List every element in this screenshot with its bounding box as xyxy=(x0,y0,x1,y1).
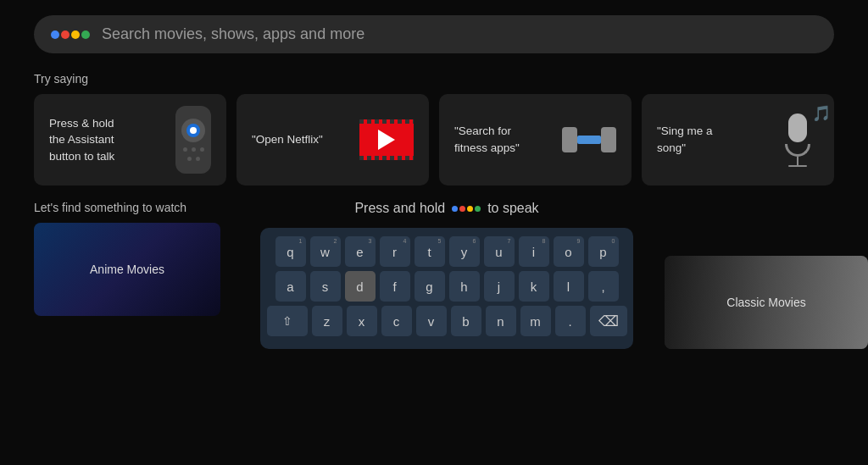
assistant-dots-icon xyxy=(452,206,481,212)
netflix-icon xyxy=(359,119,414,160)
search-bar[interactable]: Search movies, shows, apps and more xyxy=(34,15,834,53)
key-k[interactable]: k xyxy=(519,271,549,302)
keyboard-section: Press and hold to speak q1 w2 e3 r4 t5 y… xyxy=(237,201,656,349)
key-q[interactable]: q1 xyxy=(275,236,306,267)
key-c[interactable]: c xyxy=(381,306,412,336)
classic-movies-card[interactable]: Classic Movies xyxy=(665,256,868,349)
key-f[interactable]: f xyxy=(380,271,410,302)
try-card-sing-text: "Sing me asong" xyxy=(657,123,713,156)
anime-movies-label: Anime Movies xyxy=(90,263,164,276)
keyboard[interactable]: q1 w2 e3 r4 t5 y6 u7 i8 o9 p0 a s d f g … xyxy=(260,228,633,349)
try-saying-cards: Press & holdthe Assistantbutton to talk … xyxy=(34,94,834,185)
key-l[interactable]: l xyxy=(554,271,584,302)
key-s[interactable]: s xyxy=(310,271,341,302)
key-m[interactable]: m xyxy=(520,306,551,336)
key-b[interactable]: b xyxy=(451,306,481,336)
try-card-remote[interactable]: Press & holdthe Assistantbutton to talk xyxy=(34,94,226,185)
key-d[interactable]: d xyxy=(345,271,376,302)
find-label: Let's find something to watch xyxy=(34,201,237,214)
dumbbell-icon xyxy=(562,127,616,152)
try-saying-label: Try saying xyxy=(34,72,834,86)
key-backspace[interactable]: ⌫ xyxy=(590,306,627,336)
key-p[interactable]: p0 xyxy=(588,236,619,267)
key-u[interactable]: u7 xyxy=(484,236,515,267)
key-a[interactable]: a xyxy=(275,271,306,302)
key-i[interactable]: i8 xyxy=(519,236,549,267)
key-e[interactable]: e3 xyxy=(345,236,376,267)
try-card-netflix-text: "Open Netflix" xyxy=(252,131,323,148)
key-r[interactable]: r4 xyxy=(380,236,410,267)
bottom-section: Let's find something to watch Anime Movi… xyxy=(0,201,868,349)
key-t[interactable]: t5 xyxy=(415,236,445,267)
key-y[interactable]: y6 xyxy=(449,236,480,267)
try-card-netflix[interactable]: "Open Netflix" xyxy=(236,94,429,185)
press-hold-text: Press and hold to speak xyxy=(354,201,538,216)
microphone-icon: 🎵 xyxy=(776,113,819,168)
key-g[interactable]: g xyxy=(415,271,445,302)
key-z[interactable]: z xyxy=(312,306,342,336)
classic-section: Classic Movies xyxy=(656,201,868,349)
try-card-sing[interactable]: "Sing me asong" 🎵 xyxy=(642,94,834,185)
remote-icon xyxy=(175,106,211,174)
find-section: Let's find something to watch Anime Movi… xyxy=(0,201,237,349)
key-x[interactable]: x xyxy=(347,306,377,336)
key-o[interactable]: o9 xyxy=(554,236,584,267)
try-card-remote-text: Press & holdthe Assistantbutton to talk xyxy=(49,115,114,165)
keyboard-row-3: ⇧ z x c v b n m . ⌫ xyxy=(272,306,621,336)
classic-movies-label: Classic Movies xyxy=(726,296,805,309)
key-j[interactable]: j xyxy=(484,271,515,302)
key-h[interactable]: h xyxy=(449,271,480,302)
key-n[interactable]: n xyxy=(486,306,516,336)
keyboard-row-1: q1 w2 e3 r4 t5 y6 u7 i8 o9 p0 xyxy=(272,236,621,267)
key-comma[interactable]: , xyxy=(588,271,619,302)
key-period[interactable]: . xyxy=(555,306,586,336)
search-placeholder: Search movies, shows, apps and more xyxy=(102,25,364,43)
keyboard-row-2: a s d f g h j k l , xyxy=(272,271,621,302)
anime-movies-card[interactable]: Anime Movies xyxy=(34,223,220,316)
try-card-fitness-text: "Search forfitness apps" xyxy=(454,123,520,156)
try-card-fitness[interactable]: "Search forfitness apps" xyxy=(439,94,632,185)
key-shift[interactable]: ⇧ xyxy=(267,306,308,336)
key-v[interactable]: v xyxy=(416,306,447,336)
google-assistant-icon xyxy=(51,30,90,39)
key-w[interactable]: w2 xyxy=(310,236,341,267)
